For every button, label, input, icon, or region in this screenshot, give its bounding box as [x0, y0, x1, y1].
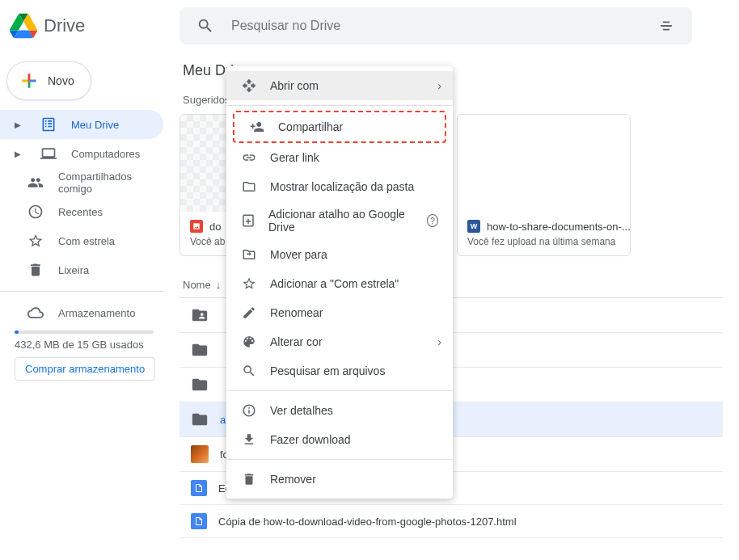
menu-label: Pesquisar em arquivos — [270, 364, 385, 377]
move-to-icon — [241, 246, 257, 263]
nav-label: Compartilhados comigo — [58, 171, 154, 195]
card-thumbnail — [458, 115, 630, 212]
nav-storage[interactable]: Armazenamento — [0, 298, 163, 327]
menu-label: Adicionar atalho ao Google Drive — [268, 208, 409, 234]
folder-icon — [191, 411, 209, 428]
help-icon[interactable]: ? — [427, 214, 438, 227]
menu-separator — [226, 459, 453, 460]
menu-add-star[interactable]: Adicionar a "Com estrela" — [226, 269, 453, 298]
plus-icon — [19, 70, 40, 91]
menu-download[interactable]: Fazer download — [226, 425, 453, 454]
menu-remove[interactable]: Remover — [226, 465, 453, 494]
sort-arrow-icon[interactable]: ↓ — [216, 279, 222, 291]
docs-file-icon — [191, 513, 207, 529]
buy-storage-button[interactable]: Comprar armazenamento — [15, 357, 155, 381]
menu-label: Renomear — [270, 306, 323, 319]
rename-icon — [241, 305, 257, 321]
chevron-right-icon: › — [437, 79, 441, 92]
menu-label: Alterar cor — [270, 335, 323, 348]
menu-label: Gerar link — [270, 151, 319, 164]
search-options-icon[interactable] — [650, 10, 682, 42]
nav-label: Armazenamento — [58, 307, 135, 319]
new-button[interactable]: Novo — [6, 61, 91, 100]
sidebar-divider — [0, 291, 163, 292]
nav-label: Com estrela — [58, 235, 115, 247]
menu-open-with[interactable]: Abrir com › — [226, 71, 453, 100]
nav-label: Lixeira — [58, 264, 89, 276]
expand-caret-icon[interactable]: ▶ — [15, 120, 21, 129]
search-bar[interactable] — [179, 7, 692, 44]
expand-caret-icon[interactable]: ▶ — [15, 149, 21, 158]
card-subtitle: Você fez upload na última semana — [458, 236, 630, 255]
trash-icon — [241, 471, 257, 487]
nav-label: Meu Drive — [71, 119, 119, 131]
search-input[interactable] — [222, 19, 650, 33]
nav-my-drive[interactable]: ▶ Meu Drive — [0, 110, 163, 139]
menu-move-to[interactable]: Mover para — [226, 240, 453, 269]
storage-used-text: 432,6 MB de 15 GB usados — [0, 339, 163, 357]
nav-shared[interactable]: Compartilhados comigo — [0, 168, 163, 197]
star-icon — [27, 233, 44, 249]
file-row[interactable]: Cópia de how-to-download-video-from-goog… — [179, 505, 723, 538]
menu-get-link[interactable]: Gerar link — [226, 143, 453, 172]
menu-change-color[interactable]: Alterar cor › — [226, 327, 453, 356]
menu-add-shortcut[interactable]: Adicionar atalho ao Google Drive ? — [226, 201, 453, 240]
card-title: W how-to-share-documents-on-... — [458, 212, 630, 236]
nav-label: Recentes — [58, 206, 103, 218]
search-icon[interactable] — [189, 10, 222, 42]
nav-label: Computadores — [71, 148, 140, 160]
menu-label: Fazer download — [270, 433, 351, 446]
header: Drive — [0, 0, 739, 52]
palette-icon — [241, 334, 257, 350]
file-name: Cópia de how-to-download-video-from-goog… — [218, 516, 517, 528]
menu-label: Mover para — [270, 248, 327, 261]
menu-separator — [226, 105, 453, 106]
highlight-annotation: Compartilhar — [233, 111, 446, 143]
menu-view-details[interactable]: Ver detalhes — [226, 396, 453, 425]
open-with-icon — [241, 78, 257, 94]
nav-trash[interactable]: Lixeira — [0, 255, 163, 284]
name-column-header: Nome — [183, 279, 211, 291]
menu-show-location[interactable]: Mostrar localização da pasta — [226, 172, 453, 201]
computers-icon — [40, 145, 57, 162]
drive-logo-icon — [10, 12, 37, 40]
my-drive-icon — [40, 116, 57, 133]
menu-separator — [226, 390, 453, 391]
star-outline-icon — [241, 276, 257, 292]
menu-label: Remover — [270, 473, 316, 486]
menu-share[interactable]: Compartilhar — [234, 112, 445, 141]
word-file-icon: W — [467, 220, 480, 233]
menu-label: Mostrar localização da pasta — [270, 180, 414, 193]
sidebar: Novo ▶ Meu Drive ▶ Computadores Comparti… — [0, 52, 170, 538]
info-icon — [241, 402, 257, 419]
image-file-icon — [190, 220, 203, 233]
menu-search-within[interactable]: Pesquisar em arquivos — [226, 356, 453, 385]
share-icon — [249, 119, 265, 135]
suggested-card[interactable]: W how-to-share-documents-on-... Você fez… — [457, 114, 631, 256]
app-name: Drive — [44, 15, 85, 36]
new-button-label: Novo — [48, 74, 74, 87]
nav-computers[interactable]: ▶ Computadores — [0, 139, 163, 168]
cloud-icon — [27, 305, 44, 321]
logo-area[interactable]: Drive — [10, 12, 179, 40]
nav-starred[interactable]: Com estrela — [0, 226, 163, 255]
image-thumbnail-icon — [191, 445, 209, 463]
search-icon — [241, 363, 257, 379]
chevron-right-icon: › — [437, 335, 441, 348]
menu-label: Abrir com — [270, 79, 319, 92]
menu-label: Ver detalhes — [270, 404, 333, 417]
trash-icon — [27, 262, 44, 278]
folder-icon — [191, 341, 209, 359]
folder-outline-icon — [241, 179, 257, 195]
menu-rename[interactable]: Renomear — [226, 298, 453, 327]
context-menu: Abrir com › Compartilhar Gerar link Most… — [226, 66, 453, 499]
storage-bar — [15, 331, 154, 334]
link-icon — [241, 149, 257, 166]
folder-icon — [191, 376, 209, 394]
download-icon — [241, 432, 257, 448]
add-shortcut-icon — [241, 213, 255, 229]
recent-icon — [27, 204, 44, 220]
nav-recent[interactable]: Recentes — [0, 197, 163, 226]
shared-icon — [27, 175, 44, 191]
docs-file-icon — [191, 480, 207, 496]
